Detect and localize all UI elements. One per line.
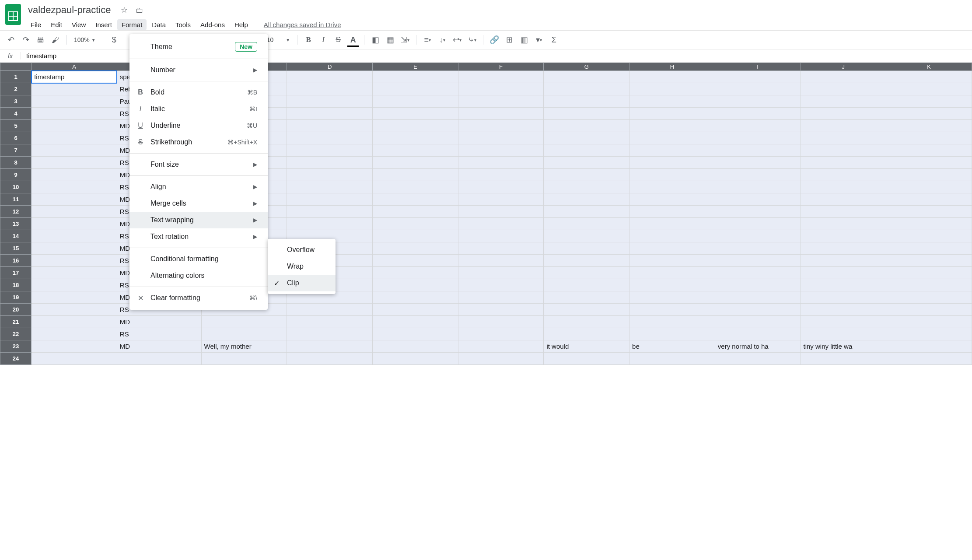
cell-A23[interactable] bbox=[31, 340, 117, 353]
cell-I4[interactable] bbox=[715, 108, 801, 120]
cell-E15[interactable] bbox=[373, 242, 458, 255]
cell-J1[interactable] bbox=[801, 71, 886, 83]
col-header[interactable]: D bbox=[287, 63, 373, 71]
cell-F21[interactable] bbox=[458, 316, 544, 328]
cell-F12[interactable] bbox=[458, 206, 544, 218]
cell-I18[interactable] bbox=[715, 279, 801, 291]
cell-H19[interactable] bbox=[629, 291, 715, 304]
cell-I8[interactable] bbox=[715, 157, 801, 169]
cell-F9[interactable] bbox=[458, 169, 544, 181]
row-header[interactable]: 13 bbox=[0, 218, 31, 230]
col-header[interactable]: A bbox=[31, 63, 117, 71]
cell-A24[interactable] bbox=[31, 353, 117, 365]
cell-D6[interactable] bbox=[287, 132, 373, 144]
cell-I16[interactable] bbox=[715, 255, 801, 267]
cell-J13[interactable] bbox=[801, 218, 886, 230]
cell-H7[interactable] bbox=[629, 144, 715, 157]
cell-K2[interactable] bbox=[886, 83, 972, 95]
borders-icon[interactable]: ▦ bbox=[384, 33, 397, 46]
strikethrough-icon[interactable]: S bbox=[332, 33, 345, 46]
cell-D1[interactable] bbox=[287, 71, 373, 83]
row-header[interactable]: 21 bbox=[0, 316, 31, 328]
cell-E6[interactable] bbox=[373, 132, 458, 144]
menu-view[interactable]: View bbox=[67, 19, 90, 30]
cell-C21[interactable] bbox=[201, 316, 287, 328]
cell-E14[interactable] bbox=[373, 230, 458, 242]
cell-A3[interactable] bbox=[31, 95, 117, 108]
cell-I1[interactable] bbox=[715, 71, 801, 83]
cell-A4[interactable] bbox=[31, 108, 117, 120]
cell-K19[interactable] bbox=[886, 291, 972, 304]
cell-H13[interactable] bbox=[629, 218, 715, 230]
cell-E24[interactable] bbox=[373, 353, 458, 365]
cell-K15[interactable] bbox=[886, 242, 972, 255]
row-header[interactable]: 15 bbox=[0, 242, 31, 255]
cell-J10[interactable] bbox=[801, 181, 886, 193]
cell-H20[interactable] bbox=[629, 304, 715, 316]
cell-J11[interactable] bbox=[801, 193, 886, 206]
cell-I2[interactable] bbox=[715, 83, 801, 95]
menu-file[interactable]: File bbox=[26, 19, 45, 30]
cell-G8[interactable] bbox=[544, 157, 629, 169]
cell-G18[interactable] bbox=[544, 279, 629, 291]
cell-K20[interactable] bbox=[886, 304, 972, 316]
cell-H3[interactable] bbox=[629, 95, 715, 108]
cell-K1[interactable] bbox=[886, 71, 972, 83]
cell-J16[interactable] bbox=[801, 255, 886, 267]
cell-H10[interactable] bbox=[629, 181, 715, 193]
cell-G10[interactable] bbox=[544, 181, 629, 193]
cell-E2[interactable] bbox=[373, 83, 458, 95]
cell-I6[interactable] bbox=[715, 132, 801, 144]
cell-G9[interactable] bbox=[544, 169, 629, 181]
cell-H14[interactable] bbox=[629, 230, 715, 242]
cell-D7[interactable] bbox=[287, 144, 373, 157]
cell-H4[interactable] bbox=[629, 108, 715, 120]
col-header[interactable]: F bbox=[458, 63, 544, 71]
cell-B24[interactable] bbox=[117, 353, 201, 365]
cell-F13[interactable] bbox=[458, 218, 544, 230]
cell-K8[interactable] bbox=[886, 157, 972, 169]
insert-link-icon[interactable]: 🔗 bbox=[488, 33, 501, 46]
cell-F23[interactable] bbox=[458, 340, 544, 353]
cell-E1[interactable] bbox=[373, 71, 458, 83]
cell-H16[interactable] bbox=[629, 255, 715, 267]
paint-format-icon[interactable]: 🖌 bbox=[49, 33, 62, 46]
cell-E7[interactable] bbox=[373, 144, 458, 157]
cell-I23[interactable]: very normal to ha bbox=[715, 340, 801, 353]
cell-F19[interactable] bbox=[458, 291, 544, 304]
cell-E20[interactable] bbox=[373, 304, 458, 316]
cell-F11[interactable] bbox=[458, 193, 544, 206]
font-size-input[interactable]: 10▼ bbox=[264, 36, 293, 43]
cell-G20[interactable] bbox=[544, 304, 629, 316]
cell-A20[interactable] bbox=[31, 304, 117, 316]
cell-J5[interactable] bbox=[801, 120, 886, 132]
cell-D13[interactable] bbox=[287, 218, 373, 230]
format-alternating-colors[interactable]: Alternating colors bbox=[129, 267, 268, 284]
menu-tools[interactable]: Tools bbox=[171, 19, 195, 30]
cell-B23[interactable]: MD bbox=[117, 340, 201, 353]
cell-G11[interactable] bbox=[544, 193, 629, 206]
cell-J9[interactable] bbox=[801, 169, 886, 181]
cell-D21[interactable] bbox=[287, 316, 373, 328]
cell-J7[interactable] bbox=[801, 144, 886, 157]
cell-J20[interactable] bbox=[801, 304, 886, 316]
cell-A21[interactable] bbox=[31, 316, 117, 328]
cell-H1[interactable] bbox=[629, 71, 715, 83]
cell-I9[interactable] bbox=[715, 169, 801, 181]
cell-F10[interactable] bbox=[458, 181, 544, 193]
cell-J22[interactable] bbox=[801, 328, 886, 340]
cell-J4[interactable] bbox=[801, 108, 886, 120]
format-align[interactable]: Align ▶ bbox=[129, 178, 268, 195]
cell-J21[interactable] bbox=[801, 316, 886, 328]
cell-E23[interactable] bbox=[373, 340, 458, 353]
fill-color-icon[interactable]: ◧ bbox=[369, 33, 382, 46]
cell-H2[interactable] bbox=[629, 83, 715, 95]
cell-K13[interactable] bbox=[886, 218, 972, 230]
vertical-align-icon[interactable]: ↓▾ bbox=[436, 33, 449, 46]
cell-A12[interactable] bbox=[31, 206, 117, 218]
cell-D20[interactable] bbox=[287, 304, 373, 316]
cell-I11[interactable] bbox=[715, 193, 801, 206]
drive-save-status[interactable]: All changes saved in Drive bbox=[264, 21, 341, 28]
format-underline[interactable]: U Underline ⌘U bbox=[129, 117, 268, 134]
cell-H15[interactable] bbox=[629, 242, 715, 255]
